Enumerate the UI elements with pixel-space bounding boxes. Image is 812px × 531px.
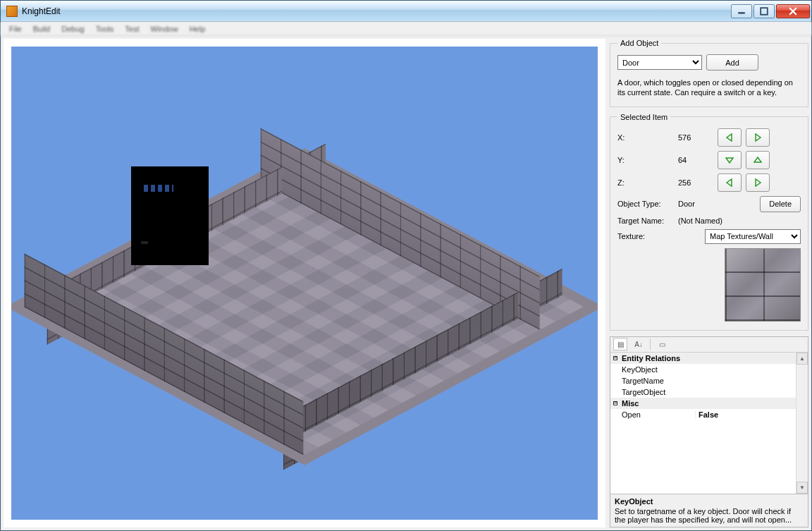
- propgrid-toolbar: ▤ A↓ ▭: [610, 337, 808, 353]
- x-increase-button[interactable]: [746, 128, 770, 147]
- z-decrease-button[interactable]: [718, 173, 742, 192]
- categorized-button[interactable]: ▤: [613, 338, 627, 350]
- close-button[interactable]: [776, 4, 810, 18]
- object-description: A door, which toggles open or closed dep…: [617, 78, 801, 98]
- menu-item[interactable]: Test: [119, 23, 144, 35]
- svg-marker-7: [754, 157, 761, 162]
- scroll-track[interactable]: [796, 365, 808, 482]
- texture-preview: [725, 248, 801, 322]
- minimize-button[interactable]: [731, 4, 752, 18]
- svg-marker-6: [726, 158, 733, 163]
- texture-label: Texture:: [617, 232, 674, 240]
- pages-icon: ▭: [659, 341, 665, 348]
- door-object[interactable]: [131, 166, 209, 265]
- delete-button[interactable]: Delete: [760, 196, 801, 212]
- propgrid-body[interactable]: ⊟ Entity Relations KeyObject TargetName …: [610, 353, 808, 494]
- titlebar[interactable]: KnightEdit: [1, 1, 811, 22]
- propgrid-row[interactable]: Open False ▾: [610, 409, 808, 420]
- property-pages-button[interactable]: ▭: [655, 338, 669, 350]
- z-increase-button[interactable]: [746, 173, 770, 192]
- property-grid: ▤ A↓ ▭ ⊟ Entity Relations: [610, 336, 808, 527]
- y-label: Y:: [617, 156, 674, 164]
- help-text: Set to targetname of a key object. Door …: [615, 507, 804, 524]
- menu-item[interactable]: Tools: [90, 23, 120, 35]
- y-value: 64: [678, 156, 713, 164]
- x-label: X:: [617, 133, 674, 142]
- propgrid-row[interactable]: KeyObject: [610, 364, 808, 375]
- object-type-select[interactable]: Door: [617, 55, 702, 70]
- object-type-value: Door: [678, 200, 720, 208]
- categorized-icon: ▤: [617, 341, 624, 348]
- viewport-frame: [4, 39, 605, 527]
- menu-item[interactable]: File: [4, 23, 27, 35]
- z-value: 256: [678, 178, 713, 187]
- propgrid-help: KeyObject Set to targetname of a key obj…: [610, 494, 808, 527]
- svg-rect-1: [761, 8, 768, 15]
- client-area: Add Object Door Add A door, which toggle…: [1, 36, 811, 530]
- y-decrease-button[interactable]: [718, 151, 742, 169]
- collapse-icon[interactable]: ⊟: [610, 399, 620, 407]
- x-value: 576: [678, 133, 713, 142]
- menu-item[interactable]: Window: [145, 23, 184, 35]
- svg-marker-4: [727, 134, 732, 141]
- texture-select[interactable]: Map Textures/Wall: [705, 229, 801, 244]
- maximize-button[interactable]: [753, 4, 775, 18]
- propgrid-row[interactable]: TargetObject: [610, 386, 808, 398]
- target-name-value: (Not Named): [678, 216, 722, 225]
- propgrid-scrollbar[interactable]: ▲ ▼: [796, 353, 808, 494]
- svg-marker-8: [727, 179, 732, 186]
- scroll-up-button[interactable]: ▲: [796, 353, 808, 365]
- add-object-legend: Add Object: [617, 39, 661, 47]
- right-panel: Add Object Door Add A door, which toggle…: [610, 39, 808, 527]
- window-title: KnightEdit: [22, 6, 61, 16]
- propgrid-row[interactable]: TargetName: [610, 375, 808, 386]
- svg-marker-9: [756, 179, 761, 186]
- menubar[interactable]: File Build Debug Tools Test Window Help: [1, 22, 811, 36]
- app-icon: [6, 6, 18, 17]
- z-label: Z:: [617, 178, 674, 187]
- add-button[interactable]: Add: [706, 54, 758, 71]
- object-type-label: Object Type:: [617, 200, 674, 208]
- propgrid-category[interactable]: ⊟ Misc: [610, 398, 808, 409]
- menu-item[interactable]: Debug: [56, 23, 90, 35]
- y-increase-button[interactable]: [746, 151, 770, 169]
- x-decrease-button[interactable]: [718, 128, 742, 147]
- viewport-3d[interactable]: [11, 47, 598, 520]
- app-window: KnightEdit File Build Debug Tools Test W…: [0, 0, 812, 531]
- help-title: KeyObject: [615, 497, 804, 506]
- selected-item-group: Selected Item X: 576 Y: 64: [610, 113, 808, 331]
- svg-marker-5: [756, 134, 761, 141]
- menu-item[interactable]: Build: [27, 23, 56, 35]
- alphabetical-button[interactable]: A↓: [632, 338, 646, 350]
- scroll-down-button[interactable]: ▼: [796, 482, 808, 494]
- menu-item[interactable]: Help: [184, 23, 211, 35]
- sort-az-icon: A↓: [634, 341, 643, 348]
- selected-item-legend: Selected Item: [617, 113, 670, 121]
- collapse-icon[interactable]: ⊟: [610, 354, 620, 362]
- add-object-group: Add Object Door Add A door, which toggle…: [610, 39, 808, 107]
- propgrid-category[interactable]: ⊟ Entity Relations: [610, 353, 808, 364]
- target-name-label: Target Name:: [617, 216, 674, 225]
